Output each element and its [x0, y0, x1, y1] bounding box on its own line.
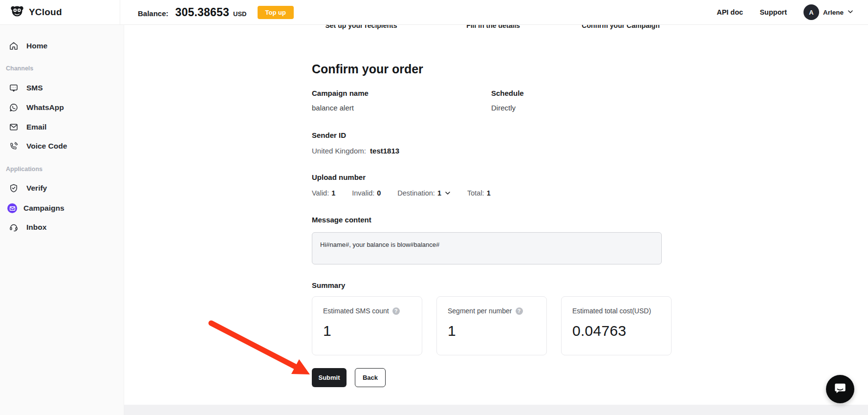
sms-icon — [9, 83, 19, 93]
card-value: 1 — [323, 323, 411, 339]
whatsapp-icon — [9, 103, 19, 112]
summary-card-segment: Segment per number ? 1 — [436, 296, 547, 355]
summary-label: Summary — [312, 281, 345, 289]
balance-currency: USD — [233, 10, 246, 18]
stepper-step-details: Fill in the details — [466, 25, 520, 29]
sidebar-item-whatsapp[interactable]: WhatsApp — [0, 98, 124, 117]
summary-cards: Estimated SMS count ? 1 Segment per numb… — [312, 296, 672, 355]
sidebar-item-label: Campaigns — [23, 204, 65, 213]
sender-id-value: United Kingdom: test1813 — [312, 147, 399, 155]
sidebar-item-campaigns[interactable]: Campaigns — [0, 198, 124, 218]
sender-id-label: Sender ID — [312, 131, 346, 139]
stepper-step-recipients: Set up your recipients — [325, 25, 397, 29]
submit-button[interactable]: Submit — [312, 368, 347, 387]
chat-widget-button[interactable] — [826, 375, 854, 403]
brand-logo[interactable]: YCloud — [0, 4, 120, 21]
sender-id-name: test1813 — [370, 147, 399, 155]
chevron-down-icon — [445, 190, 451, 196]
avatar: A — [803, 4, 819, 20]
sidebar-item-label: Email — [26, 123, 46, 131]
message-content-label: Message content — [312, 216, 371, 224]
headset-icon — [9, 222, 19, 232]
campaign-name-label: Campaign name — [312, 89, 369, 97]
message-content-box: Hi#name#, your balance is blow#balance# — [312, 232, 662, 264]
balance-display: Balance: 305.38653 USD — [138, 6, 247, 19]
ycloud-monkey-logo-icon — [10, 4, 24, 21]
back-button[interactable]: Back — [355, 368, 386, 387]
sidebar-section-channels: Channels — [6, 65, 33, 72]
sidebar-item-voice-code[interactable]: Voice Code — [0, 136, 124, 156]
user-menu[interactable]: A Arlene — [803, 4, 853, 20]
sidebar-item-label: Home — [26, 42, 47, 50]
sidebar-item-label: SMS — [26, 84, 43, 92]
schedule-value: Directly — [491, 104, 516, 112]
api-doc-link[interactable]: API doc — [716, 8, 743, 16]
chat-bubble-icon — [833, 381, 847, 397]
total-stat: Total:1 — [467, 189, 491, 197]
sidebar-section-applications: Applications — [6, 166, 43, 173]
stepper-step-confirm: Confirm your Campaign — [582, 25, 659, 29]
summary-card-total-cost: Estimated total cost(USD) 0.04763 — [561, 296, 672, 355]
summary-card-sms-count: Estimated SMS count ? 1 — [312, 296, 422, 355]
header-divider — [120, 0, 120, 25]
card-value: 0.04763 — [572, 323, 660, 339]
sidebar-nav: Home Channels SMS WhatsApp Email Voice C… — [0, 25, 124, 415]
main-content: Set up your recipients Fill in the detai… — [124, 25, 868, 405]
invalid-stat: Invalid:0 — [352, 189, 381, 197]
card-label: Estimated SMS count — [323, 307, 389, 315]
top-up-button[interactable]: Top up — [258, 6, 294, 19]
sidebar-item-email[interactable]: Email — [0, 117, 124, 137]
balance-value: 305.38653 — [175, 6, 230, 19]
sidebar-item-sms[interactable]: SMS — [0, 78, 124, 98]
sidebar-item-label: WhatsApp — [26, 103, 64, 112]
valid-stat: Valid:1 — [312, 189, 335, 197]
campaigns-icon — [7, 203, 17, 213]
email-icon — [9, 122, 19, 132]
sidebar-item-home[interactable]: Home — [0, 36, 124, 56]
brand-name: YCloud — [29, 7, 62, 18]
help-icon[interactable]: ? — [392, 307, 400, 315]
card-value: 1 — [448, 323, 536, 339]
sidebar-item-label: Verify — [26, 184, 47, 193]
sidebar-item-verify[interactable]: Verify — [0, 178, 124, 198]
sidebar-item-label: Voice Code — [26, 142, 67, 151]
help-icon[interactable]: ? — [516, 307, 523, 315]
upload-stats: Valid:1 Invalid:0 Destination:1 Total:1 — [312, 189, 491, 197]
home-icon — [9, 41, 19, 51]
upload-number-label: Upload number — [312, 173, 366, 181]
sidebar-item-label: Inbox — [26, 223, 46, 232]
voice-code-icon — [9, 141, 19, 151]
shield-check-icon — [9, 183, 19, 193]
support-link[interactable]: Support — [760, 8, 787, 16]
sidebar-item-inbox[interactable]: Inbox — [0, 218, 124, 237]
user-name: Arlene — [823, 9, 844, 16]
schedule-label: Schedule — [491, 89, 524, 97]
page-title: Confirm your order — [312, 62, 423, 76]
top-header: YCloud Balance: 305.38653 USD Top up API… — [0, 0, 868, 25]
card-label: Segment per number — [448, 307, 512, 315]
card-label: Estimated total cost(USD) — [572, 307, 651, 315]
chevron-down-icon — [847, 8, 853, 17]
campaign-name-value: balance alert — [312, 104, 354, 112]
destination-dropdown[interactable]: Destination:1 — [397, 189, 451, 197]
balance-label: Balance: — [138, 9, 169, 18]
